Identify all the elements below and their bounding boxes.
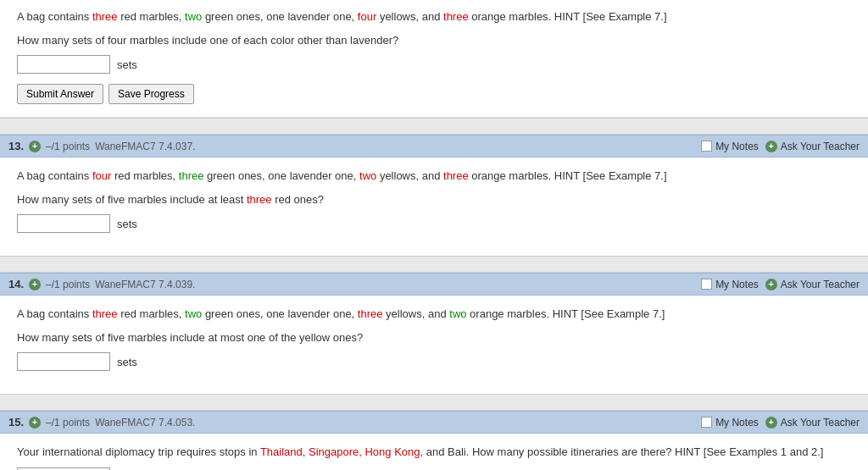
question-14-notes-checkbox[interactable] (701, 279, 712, 290)
question-13-number: 13. (8, 140, 24, 152)
top-question-text: A bag contains three red marbles, two gr… (17, 8, 851, 25)
separator-2 (0, 256, 868, 273)
top-section: A bag contains three red marbles, two gr… (0, 0, 868, 118)
question-13-answer-input[interactable] (17, 214, 110, 233)
question-13-ask-label: Ask Your Teacher (781, 141, 860, 152)
question-15-header-left: 15. + –/1 points WaneFMAC7 7.4.053. (8, 416, 195, 429)
question-15-points: –/1 points (46, 417, 90, 429)
q14-color2: two (185, 307, 202, 320)
marble-count-2: two (185, 10, 202, 23)
question-15-number: 15. (8, 416, 24, 429)
question-14-answer-unit: sets (117, 356, 137, 368)
save-progress-button[interactable]: Save Progress (108, 84, 194, 104)
question-13-ask-icon[interactable]: + (765, 141, 777, 152)
q13-color4: three (443, 169, 469, 182)
q14-color3: three (358, 307, 383, 320)
question-15-plus-icon[interactable]: + (29, 417, 41, 429)
q14-color1: three (92, 307, 118, 320)
submit-answer-button[interactable]: Submit Answer (17, 84, 103, 104)
question-15-ask-area: + Ask Your Teacher (765, 417, 860, 429)
question-14-ask-label: Ask Your Teacher (781, 279, 860, 290)
question-13-body: A bag contains four red marbles, three g… (0, 158, 868, 256)
question-13-header-left: 13. + –/1 points WaneFMAC7 7.4.037. (8, 140, 195, 152)
top-answer-unit: sets (117, 58, 137, 71)
question-13-text1: A bag contains four red marbles, three g… (17, 168, 851, 185)
question-15-text1: Your international diplomacy trip requir… (17, 444, 851, 461)
question-13-text2: How many sets of five marbles include at… (17, 191, 851, 208)
question-13-plus-icon[interactable]: + (29, 141, 41, 152)
question-14-points: –/1 points (46, 279, 90, 290)
q15-cities: Thailand, Singapore, Hong Kong, (260, 445, 423, 458)
question-14-body: A bag contains three red marbles, two gr… (0, 296, 868, 394)
question-14-answer-input[interactable] (17, 352, 110, 371)
question-14-course: WaneFMAC7 7.4.039. (95, 279, 195, 290)
question-14-answer-row: sets (17, 352, 851, 371)
question-15-answer-row: itineraries (17, 467, 851, 471)
question-13-notes-area: My Notes (701, 141, 759, 152)
marble-count-4: three (443, 10, 469, 23)
question-14-header-right: My Notes + Ask Your Teacher (701, 279, 860, 290)
question-13-points: –/1 points (46, 141, 90, 152)
question-14-plus-icon[interactable]: + (29, 279, 41, 290)
marble-count-3: four (358, 10, 376, 23)
question-14-text1: A bag contains three red marbles, two gr… (17, 306, 851, 323)
q13-color2: three (179, 169, 204, 182)
question-14-ask-icon[interactable]: + (765, 279, 777, 290)
separator-3 (0, 394, 868, 411)
question-14-notes-label: My Notes (715, 279, 759, 290)
question-15-notes-label: My Notes (715, 417, 759, 429)
question-15-course: WaneFMAC7 7.4.053. (95, 417, 195, 429)
question-13-course: WaneFMAC7 7.4.037. (95, 141, 195, 152)
question-15-answer-input[interactable] (17, 467, 110, 471)
question-14-header-left: 14. + –/1 points WaneFMAC7 7.4.039. (8, 278, 195, 290)
top-answer-input[interactable] (17, 55, 110, 74)
question-15-body: Your international diplomacy trip requir… (0, 434, 868, 470)
q13-color3: two (359, 169, 376, 182)
top-button-row: Submit Answer Save Progress (17, 84, 851, 104)
q13-color1: four (92, 169, 111, 182)
question-14-number: 14. (8, 278, 24, 290)
question-15-notes-checkbox[interactable] (701, 417, 712, 428)
q13-highlight: three (247, 193, 272, 206)
q14-color4: two (449, 307, 466, 320)
question-14-text2: How many sets of five marbles include at… (17, 329, 851, 346)
top-question-line2: How many sets of four marbles include on… (17, 32, 851, 49)
question-14-notes-area: My Notes (701, 279, 759, 290)
question-15-header: 15. + –/1 points WaneFMAC7 7.4.053. My N… (0, 411, 868, 434)
question-15-header-right: My Notes + Ask Your Teacher (701, 417, 860, 429)
question-15-block: 15. + –/1 points WaneFMAC7 7.4.053. My N… (0, 411, 868, 470)
question-13-block: 13. + –/1 points WaneFMAC7 7.4.037. My N… (0, 135, 868, 256)
question-13-ask-area: + Ask Your Teacher (765, 141, 860, 152)
top-answer-row: sets (17, 55, 851, 74)
question-13-answer-row: sets (17, 214, 851, 233)
question-14-header: 14. + –/1 points WaneFMAC7 7.4.039. My N… (0, 273, 868, 296)
marble-count-1: three (92, 10, 118, 23)
question-13-notes-label: My Notes (715, 141, 759, 152)
question-15-ask-icon[interactable]: + (765, 417, 777, 429)
question-15-notes-area: My Notes (701, 417, 759, 429)
question-14-block: 14. + –/1 points WaneFMAC7 7.4.039. My N… (0, 273, 868, 394)
question-13-answer-unit: sets (117, 218, 137, 230)
separator-1 (0, 118, 868, 135)
question-15-ask-label: Ask Your Teacher (781, 417, 860, 429)
question-13-notes-checkbox[interactable] (701, 141, 712, 152)
question-14-ask-area: + Ask Your Teacher (765, 279, 860, 290)
question-13-header: 13. + –/1 points WaneFMAC7 7.4.037. My N… (0, 135, 868, 158)
question-13-header-right: My Notes + Ask Your Teacher (701, 141, 860, 152)
